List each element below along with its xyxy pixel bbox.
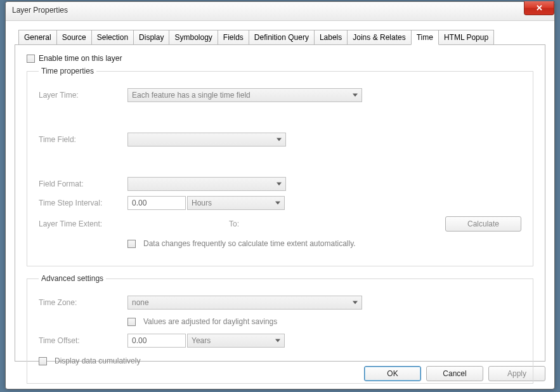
time-step-label: Time Step Interval:	[39, 199, 127, 207]
layer-properties-window: Layer Properties ✕ General Source Select…	[5, 1, 555, 389]
tab-panel-time: Enable time on this layer Time propertie…	[15, 44, 545, 362]
time-offset-value: 0.00	[132, 336, 147, 345]
tab-time[interactable]: Time	[411, 30, 439, 45]
tab-html-popup[interactable]: HTML Popup	[438, 30, 494, 44]
time-field-label: Time Field:	[39, 135, 127, 144]
tab-selection[interactable]: Selection	[91, 30, 134, 44]
tab-general[interactable]: General	[18, 30, 57, 44]
time-offset-label: Time Offset:	[39, 336, 127, 345]
chevron-down-icon	[277, 138, 282, 141]
tab-labels[interactable]: Labels	[314, 30, 348, 44]
time-field-combo[interactable]	[127, 133, 286, 147]
advanced-settings-legend: Advanced settings	[39, 274, 106, 283]
field-format-combo[interactable]	[127, 177, 286, 191]
layer-time-value: Each feature has a single time field	[132, 91, 251, 100]
time-step-input[interactable]: 0.00	[127, 196, 186, 210]
tab-symbology[interactable]: Symbology	[169, 30, 218, 44]
auto-calc-label: Data changes frequently so calculate tim…	[143, 239, 356, 248]
time-step-unit-combo[interactable]: Hours	[187, 196, 285, 210]
window-title: Layer Properties	[12, 6, 68, 15]
auto-calc-checkbox[interactable]	[127, 240, 136, 248]
tab-display[interactable]: Display	[133, 30, 169, 44]
tab-strip: General Source Selection Display Symbolo…	[18, 30, 545, 44]
calculate-button-label: Calculate	[467, 219, 499, 228]
tab-joins-relates[interactable]: Joins & Relates	[347, 30, 411, 44]
dst-label: Values are adjusted for daylight savings	[143, 317, 277, 326]
tab-source[interactable]: Source	[56, 30, 92, 44]
calculate-button[interactable]: Calculate	[445, 216, 521, 232]
enable-time-row: Enable time on this layer	[27, 54, 533, 63]
time-offset-input[interactable]: 0.00	[127, 334, 186, 348]
tab-fields[interactable]: Fields	[218, 30, 249, 44]
dst-checkbox[interactable]	[127, 318, 136, 326]
close-icon: ✕	[536, 3, 543, 13]
time-step-value: 0.00	[132, 199, 147, 207]
time-offset-unit-combo[interactable]: Years	[187, 334, 285, 348]
titlebar: Layer Properties ✕	[6, 2, 554, 21]
close-button[interactable]: ✕	[524, 1, 554, 15]
layer-time-extent-label: Layer Time Extent:	[39, 219, 127, 228]
content-area: General Source Selection Display Symbolo…	[6, 21, 554, 389]
time-offset-unit-value: Years	[192, 336, 211, 345]
enable-time-checkbox[interactable]	[27, 55, 35, 63]
time-zone-value: none	[132, 298, 149, 307]
chevron-down-icon	[277, 183, 282, 186]
chevron-down-icon	[275, 339, 280, 343]
enable-time-label: Enable time on this layer	[39, 54, 122, 63]
chevron-down-icon	[275, 202, 280, 205]
time-properties-legend: Time properties	[39, 67, 96, 75]
to-label: To:	[229, 219, 254, 228]
tab-definition-query[interactable]: Definition Query	[249, 30, 315, 44]
advanced-settings-group: Advanced settings Time Zone: none Values…	[27, 274, 533, 384]
time-properties-group: Time properties Layer Time: Each feature…	[27, 67, 533, 266]
time-zone-label: Time Zone:	[39, 298, 127, 307]
cumulative-label: Display data cumulatively	[55, 356, 140, 365]
chevron-down-icon	[353, 301, 358, 304]
chevron-down-icon	[353, 94, 358, 97]
cumulative-checkbox[interactable]	[39, 357, 47, 365]
layer-time-label: Layer Time:	[39, 91, 127, 100]
time-zone-combo[interactable]: none	[127, 296, 362, 310]
field-format-label: Field Format:	[39, 180, 127, 188]
layer-time-combo[interactable]: Each feature has a single time field	[127, 88, 362, 102]
time-step-unit-value: Hours	[192, 199, 212, 207]
